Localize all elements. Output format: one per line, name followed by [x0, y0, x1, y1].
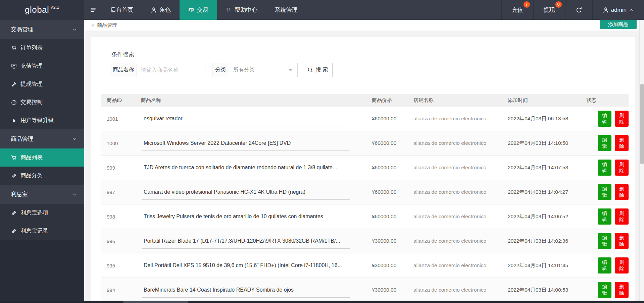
sidebar-item-label: 交易控制 [20, 99, 43, 106]
sidebar-group-interest-treasure[interactable]: 利息宝 [0, 185, 84, 204]
cell-product-price: ¥60000.00 [372, 214, 413, 220]
search-button-label: 搜 索 [316, 66, 328, 73]
nav-item-label: 角色 [159, 6, 171, 14]
breadcrumb-icon: » [91, 22, 94, 28]
nav-item-label: 交易 [197, 6, 208, 14]
edit-button[interactable]: 编辑 [598, 257, 611, 274]
cell-store-name: alianza de comercio electronico [413, 140, 508, 146]
category-select[interactable]: 所有分类 [229, 63, 298, 77]
brand-logo: globalV2.1 [0, 0, 84, 20]
nav-item-help[interactable]: 帮助中心 [217, 0, 266, 20]
sidebar-item-withdraw-management[interactable]: 提现管理 [0, 75, 84, 93]
category-label: 分类 [212, 63, 229, 77]
sidebar-item-user-level-upgrade[interactable]: 用户等级升级 [0, 111, 84, 129]
person-icon [151, 7, 157, 13]
delete-button[interactable]: 删除 [615, 257, 629, 274]
chevron-down-icon [72, 27, 77, 32]
nav-item-label: 帮助中心 [235, 6, 257, 14]
breadcrumb-label: 商品管理 [97, 22, 117, 28]
sidebar-item-interest-records[interactable]: 利息宝记录 [0, 222, 84, 240]
group-label: 利息宝 [11, 191, 28, 197]
edit-button[interactable]: 编辑 [598, 184, 611, 200]
search-fieldset: 条件搜索 [101, 55, 629, 55]
edit-button[interactable]: 编辑 [598, 111, 611, 127]
cell-product-name[interactable]: Portátil Razer Blade 17 (D17-7T/17.3/UHD… [142, 234, 350, 249]
table-row: 997 Cámara de video profesional Panasoni… [101, 180, 629, 204]
cell-product-price: ¥60000.00 [372, 140, 413, 146]
nav-item-trade[interactable]: 交易 [180, 0, 217, 20]
sidebar-item-product-list[interactable]: 商品列表 [0, 148, 84, 167]
delete-button[interactable]: 删除 [615, 135, 629, 151]
sidebar-item-label: 订单列表 [20, 44, 43, 52]
sidebar-item-order-list[interactable]: 订单列表 [0, 39, 84, 57]
nav-item-system[interactable]: 系统管理 [266, 0, 306, 20]
user-menu[interactable]: admin [592, 0, 644, 20]
cell-product-id: 999 [101, 165, 141, 171]
delete-button[interactable]: 删除 [615, 111, 629, 127]
chart-board-icon [11, 63, 17, 69]
table-row: 996 Portátil Razer Blade 17 (D17-7T/17.3… [101, 229, 629, 253]
sidebar-item-recharge-management[interactable]: 充值管理 [0, 57, 84, 75]
delete-button[interactable]: 删除 [615, 160, 629, 176]
add-product-button[interactable]: 添加商品 [600, 20, 637, 29]
flag-icon [226, 7, 232, 13]
col-product-id: 商品ID [101, 97, 141, 104]
delete-button[interactable]: 删除 [615, 184, 629, 200]
horizontal-scrollbar-thumb[interactable] [123, 301, 188, 303]
cell-product-name[interactable]: Dell Portátil Dell XPS 15 9510 de 39,6 c… [142, 258, 350, 273]
edit-button[interactable]: 编辑 [598, 282, 611, 298]
edit-button[interactable]: 编辑 [598, 160, 611, 176]
delete-button[interactable]: 删除 [615, 282, 629, 298]
cell-product-id: 994 [101, 287, 141, 293]
search-legend: 条件搜索 [108, 51, 138, 58]
sidebar-item-product-category[interactable]: 商品分类 [0, 167, 84, 185]
product-name-input[interactable] [137, 63, 205, 77]
dropdown-arrow-icon [289, 69, 293, 71]
menu-toggle-icon[interactable] [84, 0, 102, 20]
content-card: 条件搜索 商品名称 分类 所有分类 搜 索 商品ID 商品 [91, 37, 635, 301]
gauge-icon [11, 100, 17, 105]
cell-store-name: alianza de comercio electronico [413, 189, 508, 195]
recharge-button[interactable]: 充值 7 [501, 0, 533, 20]
product-table: 商品ID 商品名称 商品价格 店铺名称 添加时间 状态 1001 esquiva… [101, 94, 629, 301]
sidebar-group-trade-management[interactable]: 交易管理 [0, 20, 84, 39]
cell-product-name[interactable]: Triss Jewelry Pulsera de tenis de oro am… [142, 209, 350, 224]
username: admin [611, 7, 627, 13]
main-nav: 后台首页 角色 交易 帮助中心 系统管理 [102, 0, 306, 20]
delete-button[interactable]: 删除 [615, 208, 629, 225]
sidebar-item-trade-control[interactable]: 交易控制 [0, 93, 84, 111]
table-row: 994 BareMinerals Bare 14 Coast Inspirado… [101, 278, 629, 301]
search-button[interactable]: 搜 索 [303, 63, 333, 77]
cell-product-id: 997 [101, 189, 141, 195]
main-content: » 商品管理 添加商品 条件搜索 商品名称 分类 所有分类 搜 索 [84, 20, 644, 301]
cell-add-time: 2022年04月03日 14:07:53 [508, 164, 586, 171]
table-row: 1000 Microsoft Windows Server 2022 Datac… [101, 131, 629, 156]
sidebar-item-label: 提现管理 [20, 80, 43, 88]
delete-button[interactable]: 删除 [615, 233, 629, 249]
cell-product-id: 998 [101, 214, 141, 220]
chevron-down-icon [72, 137, 77, 141]
recharge-badge: 7 [524, 1, 530, 8]
cell-product-price: ¥30000.00 [372, 262, 413, 268]
vertical-scrollbar-thumb[interactable] [640, 84, 644, 164]
edit-button[interactable]: 编辑 [598, 208, 611, 225]
cell-store-name: alianza de comercio electronico [413, 214, 508, 220]
sidebar-item-interest-options[interactable]: 利息宝选项 [0, 204, 84, 222]
cell-product-name[interactable]: Cámara de video profesional Panasonic HC… [142, 185, 350, 200]
cell-product-name[interactable]: esquivar retador [142, 111, 350, 126]
table-row: 1001 esquivar retador ¥60000.00 alianza … [101, 107, 629, 131]
cell-product-name[interactable]: TJD Aretes de tuerca con solitario de di… [142, 160, 350, 175]
edit-button[interactable]: 编辑 [598, 233, 611, 249]
admin-screen: globalV2.1 后台首页 角色 交易 帮助中心 系统管理 充值 7 [0, 0, 644, 303]
withdraw-button[interactable]: 提现 0 [533, 0, 565, 20]
nav-item-dashboard[interactable]: 后台首页 [102, 0, 142, 20]
cell-product-name[interactable]: BareMinerals Bare 14 Coast Inspirado REA… [142, 283, 350, 298]
sidebar: 交易管理 订单列表 充值管理 提现管理 交易控制 用户等级升级 商品管理 [0, 20, 84, 301]
cell-product-name[interactable]: Microsoft Windows Server 2022 Datacenter… [142, 136, 350, 151]
sidebar-group-product-management[interactable]: 商品管理 [0, 129, 84, 148]
nav-item-roles[interactable]: 角色 [142, 0, 180, 20]
brand-version: V2.1 [50, 5, 59, 10]
edit-button[interactable]: 编辑 [598, 135, 611, 151]
refresh-button[interactable] [565, 0, 592, 20]
sidebar-item-label: 商品列表 [20, 154, 43, 161]
